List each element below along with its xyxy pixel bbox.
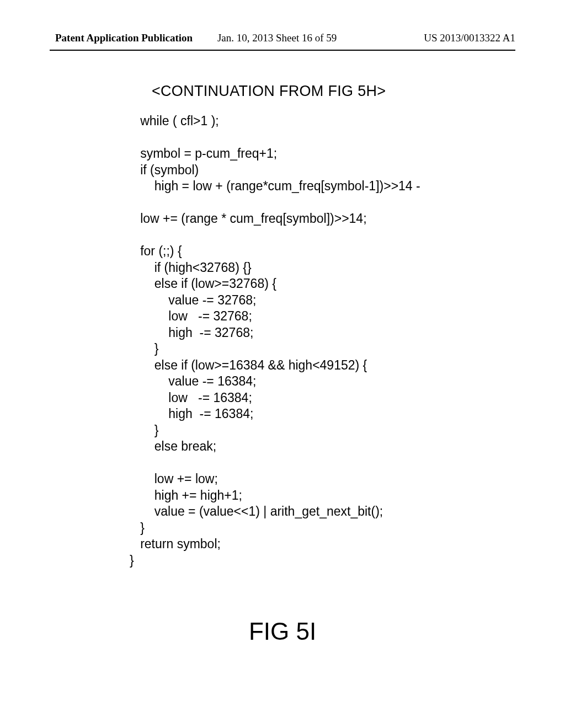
header-left: Patent Application Publication	[55, 32, 193, 44]
continuation-note: <CONTINUATION FROM FIG 5H>	[152, 83, 386, 100]
header-center: Jan. 10, 2013 Sheet 16 of 59	[217, 32, 337, 44]
header-rule	[50, 50, 515, 51]
figure-label: FIG 5I	[0, 618, 565, 645]
header-right: US 2013/0013322 A1	[424, 32, 515, 44]
patent-page: Patent Application Publication Jan. 10, …	[0, 0, 565, 728]
code-listing: while ( cfl>1 ); symbol = p-cum_freq+1; …	[130, 113, 424, 569]
page-header: Patent Application Publication Jan. 10, …	[55, 32, 515, 44]
